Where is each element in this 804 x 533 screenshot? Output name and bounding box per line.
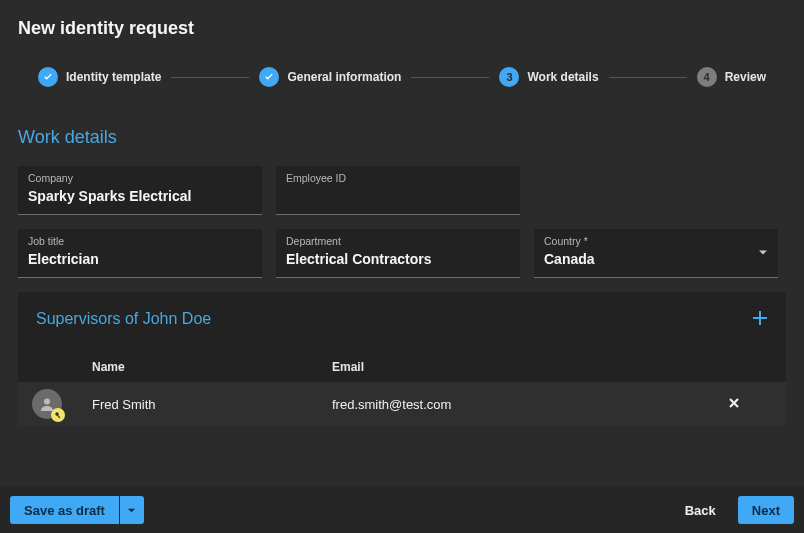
country-select[interactable]: Country * Canada	[534, 229, 778, 278]
svg-point-2	[44, 399, 50, 405]
save-as-draft-button[interactable]: Save as draft	[10, 496, 119, 524]
step-1[interactable]: Identity template	[38, 67, 161, 87]
supervisor-email: fred.smith@test.com	[332, 397, 728, 412]
page-title: New identity request	[18, 18, 786, 39]
supervisors-table: Name Email Fred Smithfred.smith@test.com	[36, 352, 768, 426]
step-label: Identity template	[66, 70, 161, 84]
field-label: Employee ID	[286, 172, 510, 184]
step-4[interactable]: 4Review	[697, 67, 766, 87]
field-label: Company	[28, 172, 252, 184]
footer-bar: Save as draft Back Next	[0, 487, 804, 533]
chevron-down-icon	[758, 246, 768, 261]
field-value: Electrician	[28, 249, 252, 271]
table-row[interactable]: Fred Smithfred.smith@test.com	[18, 382, 786, 426]
add-supervisor-button[interactable]	[752, 310, 768, 329]
field-value: Sparky Sparks Electrical	[28, 186, 252, 208]
step-label: General information	[287, 70, 401, 84]
remove-supervisor-button[interactable]	[728, 397, 768, 412]
check-icon	[38, 67, 58, 87]
step-label: Work details	[527, 70, 598, 84]
column-header-name: Name	[92, 360, 332, 374]
table-header: Name Email	[36, 352, 768, 382]
supervisor-name: Fred Smith	[92, 397, 332, 412]
supervisors-title: Supervisors of John Doe	[36, 310, 768, 328]
step-number-badge: 4	[697, 67, 717, 87]
stepper: Identity templateGeneral information3Wor…	[18, 67, 786, 87]
step-label: Review	[725, 70, 766, 84]
field-label: Country *	[544, 235, 768, 247]
employee-id-field[interactable]: Employee ID	[276, 166, 520, 215]
company-field[interactable]: Company Sparky Sparks Electrical	[18, 166, 262, 215]
svg-rect-1	[753, 317, 767, 319]
field-value: Electrical Contractors	[286, 249, 510, 271]
column-header-email: Email	[332, 360, 728, 374]
field-label: Department	[286, 235, 510, 247]
step-number-badge: 3	[499, 67, 519, 87]
field-label: Job title	[28, 235, 252, 247]
department-field[interactable]: Department Electrical Contractors	[276, 229, 520, 278]
save-as-draft-dropdown[interactable]	[120, 496, 144, 524]
step-connector	[171, 77, 249, 78]
step-3[interactable]: 3Work details	[499, 67, 598, 87]
section-title-work-details: Work details	[18, 127, 786, 148]
field-value: Canada	[544, 249, 768, 271]
field-value	[286, 186, 510, 208]
svg-rect-4	[56, 414, 59, 417]
next-button[interactable]: Next	[738, 496, 794, 524]
job-title-field[interactable]: Job title Electrician	[18, 229, 262, 278]
key-icon	[51, 408, 65, 422]
step-connector	[411, 77, 489, 78]
back-button[interactable]: Back	[671, 496, 730, 524]
avatar	[32, 389, 62, 419]
step-connector	[609, 77, 687, 78]
supervisors-card: Supervisors of John Doe Name Email Fred …	[18, 292, 786, 426]
check-icon	[259, 67, 279, 87]
step-2[interactable]: General information	[259, 67, 401, 87]
